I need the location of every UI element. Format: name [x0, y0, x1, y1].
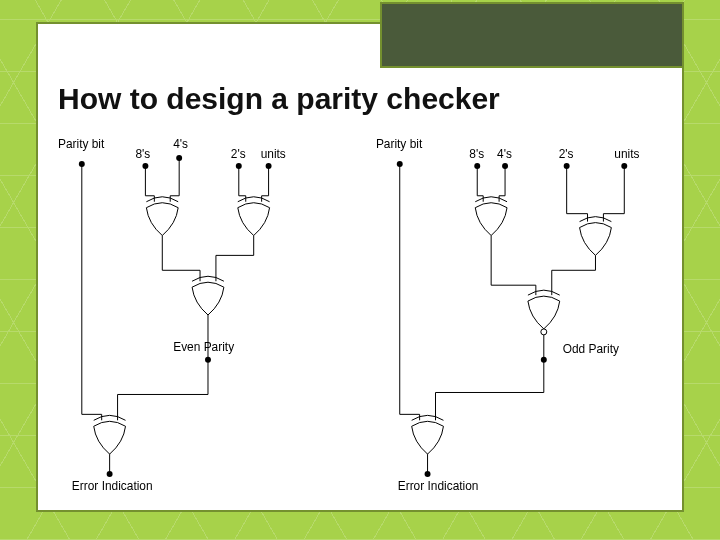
terminal-dot-icon [79, 155, 272, 414]
terminal-dot-icon [397, 161, 628, 414]
xor-gate-icon [192, 276, 224, 315]
label-4s: 4's [173, 137, 188, 151]
xor-gate-icon [146, 197, 178, 236]
slide: How to design a parity checker [0, 0, 720, 540]
label-error: Error Indication [72, 479, 153, 493]
error-output [425, 471, 431, 477]
label-parity: Parity bit [58, 137, 105, 151]
left-circuit: Parity bit 8's 4's 2's units [58, 137, 286, 493]
label-units: units [261, 147, 286, 161]
header-accent-block [380, 2, 684, 68]
label-2s: 2's [231, 147, 246, 161]
xor-gate-icon [412, 415, 444, 454]
right-circuit: Parity bit 8's 4's 2's units [376, 137, 640, 493]
xnor-gate-icon [528, 290, 560, 335]
label-odd-parity: Odd Parity [563, 342, 619, 356]
content-card: How to design a parity checker [36, 22, 684, 512]
parity-checker-diagram: Parity bit 8's 4's 2's units [52, 134, 668, 496]
xor-gate-icon [94, 415, 126, 454]
xor-gate-icon [238, 197, 270, 236]
error-output [107, 471, 113, 477]
label-error: Error Indication [398, 479, 479, 493]
slide-title: How to design a parity checker [58, 82, 500, 116]
label-8s: 8's [469, 147, 484, 161]
xor-gate-icon [580, 217, 612, 256]
label-parity: Parity bit [376, 137, 423, 151]
label-even-parity: Even Parity [173, 340, 234, 354]
label-2s: 2's [559, 147, 574, 161]
label-8s: 8's [135, 147, 150, 161]
label-4s: 4's [497, 147, 512, 161]
xor-gate-icon [475, 197, 507, 236]
diagram-svg: Parity bit 8's 4's 2's units [52, 134, 668, 496]
label-units: units [614, 147, 639, 161]
